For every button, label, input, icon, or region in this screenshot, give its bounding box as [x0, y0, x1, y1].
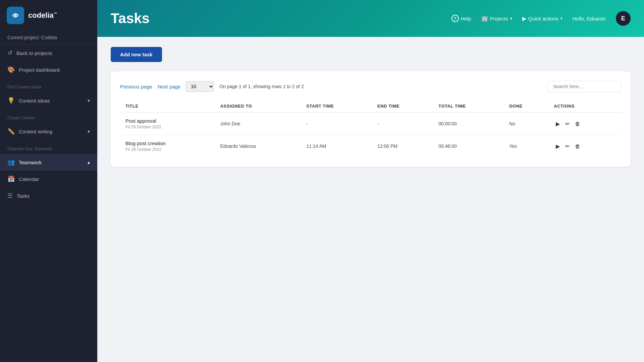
- help-button[interactable]: ? Help: [451, 15, 471, 22]
- add-task-button[interactable]: Add new task: [111, 47, 162, 62]
- play-button[interactable]: ▶: [554, 119, 562, 128]
- cell-assigned-to: John Doe: [215, 112, 301, 135]
- header: Tasks ? Help 🏢 Projects ▾ ▶ Quick action…: [97, 0, 644, 37]
- table-header-row: TITLE ASSIGNED TO START TIME END TIME TO…: [120, 100, 621, 112]
- chevron-down-icon: ▾: [88, 98, 90, 103]
- chevron-down-icon: ▾: [88, 129, 90, 134]
- page-info: On page 1 of 1, showing rows 1 to 2 of 2: [219, 84, 542, 89]
- back-icon: ↺: [7, 49, 12, 57]
- delete-button[interactable]: 🗑: [573, 142, 582, 151]
- sidebar: codelia™ Current project: Codelia ↺ Back…: [0, 0, 97, 362]
- col-assigned-to: ASSIGNED TO: [215, 100, 301, 112]
- current-project: Current project: Codelia: [0, 31, 97, 45]
- col-end-time: END TIME: [372, 100, 433, 112]
- projects-icon: 🏢: [481, 15, 488, 22]
- rows-per-page-select[interactable]: 10 25 50 100: [186, 81, 214, 92]
- section-teamwork: Organize Your Teamwork: [0, 140, 97, 154]
- dashboard-icon: 🎨: [7, 66, 15, 73]
- edit-icon: ✏️: [7, 128, 15, 135]
- bulb-icon: 💡: [7, 97, 15, 104]
- table-row: Post approval Fri 28 October 2022 John D…: [120, 112, 621, 135]
- quick-actions-button[interactable]: ▶ Quick actions ▾: [522, 15, 562, 22]
- cell-start-time: 11:14 AM: [301, 135, 372, 158]
- calendar-icon: 📅: [7, 175, 15, 183]
- projects-button[interactable]: 🏢 Projects ▾: [481, 15, 512, 22]
- help-icon: ?: [451, 15, 459, 22]
- tasks-table: TITLE ASSIGNED TO START TIME END TIME TO…: [120, 100, 621, 157]
- cursor-icon: ▶: [522, 15, 526, 22]
- table-row: Blog post creation Fri 28 October 2022 E…: [120, 135, 621, 158]
- col-done: DONE: [504, 100, 548, 112]
- tasks-icon: ☰: [7, 192, 13, 199]
- logo-name: codelia™: [28, 11, 57, 20]
- cell-actions: ▶ ✏ 🗑: [548, 112, 621, 135]
- project-dashboard[interactable]: 🎨 Project dashboard: [0, 61, 97, 78]
- edit-button[interactable]: ✏: [563, 142, 572, 151]
- cell-title: Blog post creation Fri 28 October 2022: [120, 135, 215, 158]
- section-create-content: Create Content: [0, 109, 97, 123]
- cell-start-time: -: [301, 112, 372, 135]
- chevron-up-icon: ▴: [88, 160, 90, 165]
- cell-done: No: [504, 112, 548, 135]
- sidebar-item-teamwork[interactable]: 👥 Teamwork ▴: [0, 154, 97, 171]
- sidebar-item-content-writing[interactable]: ✏️ Content writing ▾: [0, 123, 97, 140]
- tasks-table-card: Previous page Next page 10 25 50 100 On …: [111, 71, 631, 167]
- col-title: TITLE: [120, 100, 215, 112]
- col-actions: ACTIONS: [548, 100, 621, 112]
- teamwork-icon: 👥: [7, 159, 15, 166]
- cell-actions: ▶ ✏ 🗑: [548, 135, 621, 158]
- sidebar-item-content-ideas[interactable]: 💡 Content ideas ▾: [0, 92, 97, 109]
- svg-point-1: [14, 14, 16, 16]
- play-button[interactable]: ▶: [554, 142, 562, 151]
- content-area: Add new task Previous page Next page 10 …: [97, 37, 644, 362]
- chevron-down-icon: ▾: [510, 16, 512, 21]
- previous-page-link[interactable]: Previous page: [120, 84, 152, 89]
- back-to-projects[interactable]: ↺ Back to projects: [0, 45, 97, 61]
- cell-end-time: -: [372, 112, 433, 135]
- logo[interactable]: codelia™: [0, 0, 97, 31]
- cell-total-time: 00:00:00: [433, 112, 504, 135]
- avatar[interactable]: E: [616, 11, 631, 26]
- chevron-down-icon: ▾: [560, 16, 562, 21]
- col-start-time: START TIME: [301, 100, 372, 112]
- header-nav: ? Help 🏢 Projects ▾ ▶ Quick actions ▾ He…: [451, 11, 631, 26]
- cell-done: Yes: [504, 135, 548, 158]
- col-total-time: TOTAL TIME: [433, 100, 504, 112]
- section-find-content-ideas: Find Content Ideas: [0, 78, 97, 92]
- page-title: Tasks: [111, 10, 150, 26]
- cell-end-time: 12:00 PM: [372, 135, 433, 158]
- cell-title: Post approval Fri 28 October 2022: [120, 112, 215, 135]
- sidebar-item-calendar[interactable]: 📅 Calendar: [0, 171, 97, 187]
- edit-button[interactable]: ✏: [563, 119, 572, 128]
- logo-icon: [7, 7, 24, 24]
- next-page-link[interactable]: Next page: [158, 84, 180, 89]
- sidebar-item-tasks[interactable]: ☰ Tasks: [0, 187, 97, 204]
- delete-button[interactable]: 🗑: [573, 120, 582, 128]
- cell-total-time: 00:46:00: [433, 135, 504, 158]
- cell-assigned-to: Edoardo Valenza: [215, 135, 301, 158]
- table-controls: Previous page Next page 10 25 50 100 On …: [120, 81, 621, 92]
- main-area: Tasks ? Help 🏢 Projects ▾ ▶ Quick action…: [97, 0, 644, 362]
- search-input[interactable]: [547, 81, 621, 92]
- greeting-text: Hello, Edoardo: [573, 16, 606, 21]
